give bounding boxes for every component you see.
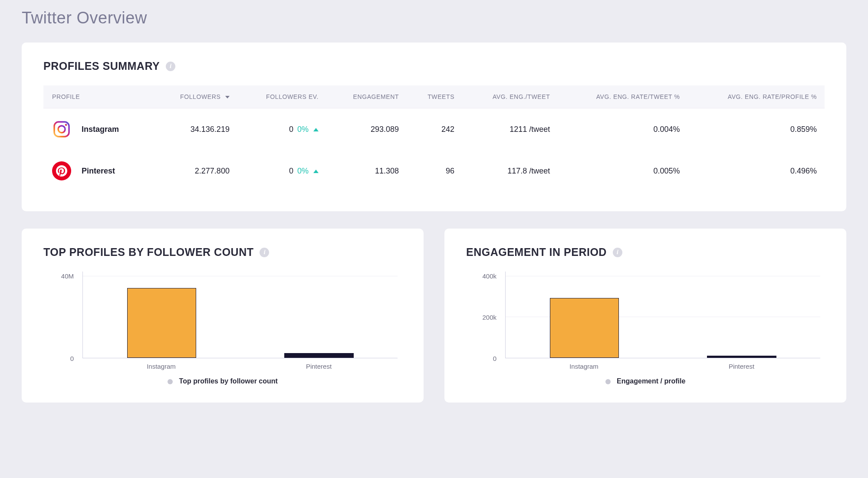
- cell-engagement: 293.089: [326, 108, 407, 151]
- ev-pct: 0%: [297, 125, 309, 134]
- top-profiles-chart: 40M 0 Instagram Pinterest: [43, 272, 402, 371]
- table-row[interactable]: Instagram 34.136.219 0 0% 293.089 242 12…: [43, 108, 825, 151]
- cell-tweets: 242: [407, 108, 462, 151]
- grid-line: [506, 276, 820, 276]
- ev-pct: 0%: [297, 167, 309, 175]
- profiles-table: PROFILE FOLLOWERS FOLLOWERS EV. ENGAGEME…: [43, 85, 825, 192]
- table-header-row: PROFILE FOLLOWERS FOLLOWERS EV. ENGAGEME…: [43, 85, 825, 108]
- pinterest-icon: [52, 161, 71, 180]
- top-profiles-chart-panel: TOP PROFILES BY FOLLOWER COUNT i 40M 0 I…: [22, 229, 424, 403]
- charts-row: TOP PROFILES BY FOLLOWER COUNT i 40M 0 I…: [22, 229, 846, 403]
- col-avg-eng-rate-profile[interactable]: AVG. ENG. RATE/PROFILE %: [688, 85, 825, 108]
- engagement-chart: 400k 200k 0 Instagram Pinterest: [466, 272, 825, 371]
- plot-area: [82, 272, 398, 358]
- bar-pinterest[interactable]: [284, 353, 354, 358]
- col-avg-eng-tweet[interactable]: AVG. ENG./TWEET: [462, 85, 558, 108]
- legend-label: Engagement / profile: [617, 377, 685, 385]
- col-tweets[interactable]: TWEETS: [407, 85, 462, 108]
- svg-rect-0: [54, 122, 69, 137]
- table-row[interactable]: Pinterest 2.277.800 0 0% 11.308 96 117.8…: [43, 150, 825, 192]
- cell-followers: 2.277.800: [152, 150, 237, 192]
- cell-avg-rate-profile: 0.496%: [688, 150, 825, 192]
- trend-up-icon: [313, 128, 319, 131]
- svg-point-2: [65, 124, 67, 126]
- chart-legend: Engagement / profile: [466, 377, 825, 385]
- legend-label: Top profiles by follower count: [179, 377, 278, 385]
- y-tick: 40M: [43, 272, 74, 280]
- y-axis: 400k 200k 0: [466, 272, 501, 358]
- y-tick: 0: [466, 355, 496, 362]
- profile-name: Pinterest: [82, 167, 115, 176]
- col-followers-label: FOLLOWERS: [180, 93, 220, 100]
- grid-line: [83, 276, 398, 276]
- info-icon[interactable]: i: [260, 248, 269, 257]
- top-profiles-heading: TOP PROFILES BY FOLLOWER COUNT i: [43, 246, 402, 259]
- ev-value: 0: [289, 167, 293, 175]
- cell-tweets: 96: [407, 150, 462, 192]
- cell-avg-rate-tweet: 0.004%: [558, 108, 687, 151]
- trend-up-icon: [313, 170, 319, 173]
- cell-followers-ev: 0 0%: [237, 108, 326, 151]
- x-label: Pinterest: [663, 360, 820, 371]
- y-axis: 40M 0: [43, 272, 78, 358]
- col-followers[interactable]: FOLLOWERS: [152, 85, 237, 108]
- plot-area: [505, 272, 820, 358]
- cell-followers-ev: 0 0%: [237, 150, 326, 192]
- legend-dot-icon: [168, 379, 173, 384]
- instagram-icon: [52, 120, 71, 139]
- y-tick: 400k: [466, 272, 496, 280]
- profile-cell-instagram: Instagram: [52, 120, 145, 139]
- col-engagement[interactable]: ENGAGEMENT: [326, 85, 407, 108]
- bar-pinterest[interactable]: [707, 356, 776, 358]
- info-icon[interactable]: i: [166, 62, 175, 71]
- legend-dot-icon: [605, 379, 611, 384]
- profiles-summary-panel: PROFILES SUMMARY i PROFILE FOLLOWERS FOL…: [22, 43, 846, 211]
- col-profile[interactable]: PROFILE: [43, 85, 152, 108]
- sort-desc-icon: [225, 96, 230, 98]
- engagement-chart-panel: ENGAGEMENT IN PERIOD i 400k 200k 0 Insta…: [444, 229, 846, 403]
- cell-avg-rate-tweet: 0.005%: [558, 150, 687, 192]
- cell-followers: 34.136.219: [152, 108, 237, 151]
- cell-engagement: 11.308: [326, 150, 407, 192]
- cell-avg-eng-tweet: 1211 /tweet: [462, 108, 558, 151]
- x-axis-labels: Instagram Pinterest: [82, 360, 398, 371]
- profile-cell-pinterest: Pinterest: [52, 161, 145, 180]
- bar-instagram[interactable]: [550, 298, 619, 358]
- chart-legend: Top profiles by follower count: [43, 377, 402, 385]
- info-icon[interactable]: i: [613, 248, 622, 257]
- profile-name: Instagram: [82, 125, 119, 134]
- cell-avg-eng-tweet: 117.8 /tweet: [462, 150, 558, 192]
- x-label: Instagram: [82, 360, 240, 371]
- cell-avg-rate-profile: 0.859%: [688, 108, 825, 151]
- engagement-heading: ENGAGEMENT IN PERIOD i: [466, 246, 825, 259]
- y-tick: 200k: [466, 314, 496, 321]
- x-label: Pinterest: [240, 360, 398, 371]
- bar-instagram[interactable]: [127, 288, 197, 358]
- top-profiles-title: TOP PROFILES BY FOLLOWER COUNT: [43, 246, 253, 259]
- svg-point-1: [58, 126, 65, 133]
- col-followers-ev[interactable]: FOLLOWERS EV.: [237, 85, 326, 108]
- col-avg-eng-rate-tweet[interactable]: AVG. ENG. RATE/TWEET %: [558, 85, 687, 108]
- profiles-summary-heading: PROFILES SUMMARY i: [43, 60, 825, 72]
- x-label: Instagram: [505, 360, 663, 371]
- engagement-title: ENGAGEMENT IN PERIOD: [466, 246, 607, 259]
- y-tick: 0: [43, 355, 74, 362]
- page-title: Twitter Overview: [22, 0, 846, 43]
- ev-value: 0: [289, 125, 293, 134]
- x-axis-labels: Instagram Pinterest: [505, 360, 820, 371]
- profiles-summary-title: PROFILES SUMMARY: [43, 60, 160, 72]
